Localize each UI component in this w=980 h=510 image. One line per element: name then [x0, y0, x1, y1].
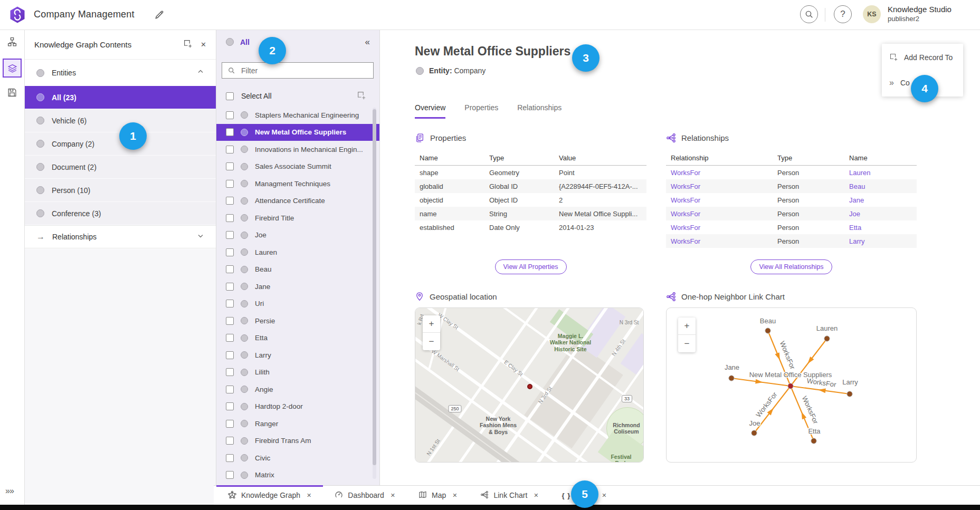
avatar[interactable]: KS — [863, 5, 881, 23]
record-checkbox[interactable] — [226, 180, 234, 188]
save-icon[interactable] — [7, 88, 17, 98]
record-list-item[interactable]: Matrix — [216, 467, 379, 484]
record-checkbox[interactable] — [226, 386, 234, 393]
record-list-item[interactable]: Staplers Mechanical Engineering — [216, 107, 379, 124]
record-checkbox[interactable] — [226, 402, 234, 410]
entity-type-item[interactable]: Document (2) — [25, 156, 216, 179]
close-tab-icon[interactable]: ✕ — [391, 492, 395, 499]
close-tab-icon[interactable]: ✕ — [452, 492, 457, 499]
entity-type-item[interactable]: All (23) — [25, 86, 216, 109]
record-link[interactable]: Etta — [849, 224, 912, 232]
edit-title-icon[interactable] — [154, 9, 165, 20]
graph-node[interactable] — [811, 438, 816, 444]
record-checkbox[interactable] — [226, 437, 234, 445]
zoom-in-button[interactable]: + — [678, 317, 696, 335]
record-checkbox[interactable] — [226, 146, 234, 153]
record-list-item[interactable]: Angie — [216, 381, 379, 398]
record-link[interactable]: WorksFor — [671, 210, 777, 218]
record-list-item[interactable]: New Metal Office Suppliers — [216, 124, 379, 141]
add-record-icon[interactable] — [183, 39, 192, 50]
relationships-section-header[interactable]: → Relationships — [25, 225, 216, 248]
record-list-item[interactable]: Lilith — [216, 364, 379, 381]
chevron-down-icon[interactable] — [197, 232, 204, 242]
record-checkbox[interactable] — [226, 283, 234, 291]
record-checkbox[interactable] — [226, 471, 234, 479]
close-tab-icon[interactable]: ✕ — [602, 492, 606, 499]
record-checkbox[interactable] — [226, 334, 234, 342]
record-list-item[interactable]: Beau — [216, 261, 379, 278]
scrollbar-thumb[interactable] — [373, 109, 376, 465]
record-link[interactable]: Jane — [849, 196, 912, 204]
record-link[interactable]: Lauren — [849, 169, 912, 177]
zoom-in-button[interactable]: + — [423, 315, 440, 333]
record-list-item[interactable]: Ranger — [216, 415, 379, 432]
record-list-item[interactable]: Managment Techniques — [216, 175, 379, 193]
zoom-out-button[interactable]: − — [423, 333, 440, 350]
record-checkbox[interactable] — [226, 265, 234, 273]
tab-knowledge-graph[interactable]: Knowledge Graph✕ — [216, 486, 323, 505]
select-all-checkbox[interactable] — [226, 92, 234, 100]
data-model-icon[interactable] — [7, 37, 17, 47]
record-list-item[interactable]: Sales Associate Summit — [216, 158, 379, 176]
record-link[interactable]: WorksFor — [671, 169, 777, 177]
graph-node[interactable] — [751, 430, 757, 436]
chevron-up-icon[interactable] — [197, 68, 204, 78]
tab-map[interactable]: Map✕ — [407, 486, 469, 505]
record-link[interactable]: WorksFor — [671, 237, 777, 245]
zoom-out-button[interactable]: − — [678, 335, 696, 352]
record-list-item[interactable]: Attendance Certificate — [216, 193, 379, 210]
record-link[interactable]: Beau — [849, 182, 912, 190]
help-button[interactable]: ? — [834, 5, 852, 23]
add-record-icon[interactable] — [357, 91, 366, 102]
record-checkbox[interactable] — [226, 162, 234, 170]
record-link[interactable]: Joe — [849, 210, 912, 218]
graph-node[interactable] — [765, 328, 770, 333]
graph-node[interactable] — [824, 336, 830, 341]
entity-type-item[interactable]: Vehicle (6) — [25, 109, 216, 132]
graph-node[interactable] — [847, 391, 852, 397]
entity-type-item[interactable]: Person (10) — [25, 179, 216, 202]
tab-relationships[interactable]: Relationships — [517, 103, 562, 119]
record-checkbox[interactable] — [226, 128, 234, 136]
search-button[interactable] — [800, 5, 818, 23]
record-checkbox[interactable] — [226, 214, 234, 222]
collapse-panel-icon[interactable]: « — [365, 37, 370, 47]
record-list-item[interactable]: Persie — [216, 312, 379, 330]
record-link[interactable]: WorksFor — [671, 196, 777, 204]
tab-link-chart[interactable]: Link Chart✕ — [469, 486, 550, 505]
record-list-item[interactable]: Etta — [216, 330, 379, 347]
record-list-item[interactable]: Civic — [216, 449, 379, 467]
expand-panel-icon[interactable]: »» — [5, 486, 14, 496]
record-list-item[interactable]: Joe — [216, 227, 379, 244]
layers-icon[interactable] — [3, 59, 22, 78]
record-checkbox[interactable] — [226, 300, 234, 307]
close-tab-icon[interactable]: ✕ — [307, 492, 311, 499]
record-checkbox[interactable] — [226, 368, 234, 376]
record-checkbox[interactable] — [226, 454, 234, 462]
record-link[interactable]: WorksFor — [671, 224, 777, 232]
record-checkbox[interactable] — [226, 248, 234, 256]
record-list-item[interactable]: Firebird Title — [216, 209, 379, 227]
record-list-item[interactable]: Uri — [216, 295, 379, 313]
filter-input[interactable] — [240, 66, 368, 75]
view-all-properties-button[interactable]: View All Properties — [495, 259, 567, 274]
graph-node[interactable] — [729, 376, 734, 381]
record-link[interactable]: Larry — [849, 237, 912, 245]
record-link[interactable]: WorksFor — [671, 182, 777, 190]
view-all-relationships-button[interactable]: View All Relationships — [750, 259, 832, 274]
record-list-item[interactable]: Innovations in Mechanical Engin... — [216, 141, 379, 158]
record-checkbox[interactable] — [226, 317, 234, 325]
record-list-item[interactable]: Lauren — [216, 244, 379, 261]
close-panel-icon[interactable]: ✕ — [201, 41, 206, 49]
record-checkbox[interactable] — [226, 197, 234, 205]
record-checkbox[interactable] — [226, 351, 234, 359]
tab-properties[interactable]: Properties — [464, 103, 498, 119]
menu-item-add-record-to[interactable]: Add Record To — [882, 45, 963, 70]
entities-section-header[interactable]: Entities — [25, 60, 216, 86]
center-node[interactable] — [788, 383, 793, 389]
tab-overview[interactable]: Overview — [415, 103, 445, 119]
record-list-item[interactable]: Firebird Trans Am — [216, 432, 379, 450]
entity-type-item[interactable]: Conference (3) — [25, 202, 216, 225]
geospatial-map[interactable]: k RdW Clay StW Marshall StE Clay StN 3rd… — [415, 307, 644, 463]
link-chart-card[interactable]: WorksForWorksForWorksForWorksForBeauLaur… — [666, 307, 917, 463]
